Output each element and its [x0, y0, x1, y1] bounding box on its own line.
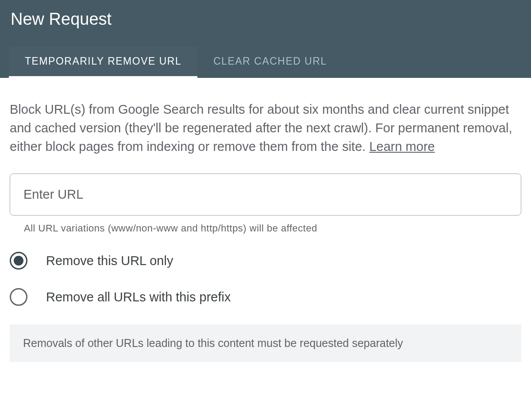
tab-clear-cached-url[interactable]: CLEAR CACHED URL — [197, 46, 343, 78]
description-body: Block URL(s) from Google Search results … — [10, 102, 512, 154]
dialog-header: New Request TEMPORARILY REMOVE URL CLEAR… — [0, 0, 531, 78]
radio-label: Remove all URLs with this prefix — [46, 290, 231, 304]
info-box: Removals of other URLs leading to this c… — [10, 324, 521, 362]
description-text: Block URL(s) from Google Search results … — [10, 100, 521, 156]
url-input[interactable] — [10, 173, 521, 216]
radio-option-remove-this-url[interactable]: Remove this URL only — [10, 252, 521, 270]
tab-temporarily-remove-url[interactable]: TEMPORARILY REMOVE URL — [9, 46, 197, 78]
learn-more-link[interactable]: Learn more — [369, 139, 435, 154]
radio-group: Remove this URL only Remove all URLs wit… — [10, 252, 521, 306]
radio-icon — [10, 252, 27, 270]
url-helper-text: All URL variations (www/non-www and http… — [24, 223, 521, 234]
tabs-row: TEMPORARILY REMOVE URL CLEAR CACHED URL — [0, 46, 531, 78]
radio-option-remove-prefix[interactable]: Remove all URLs with this prefix — [10, 288, 521, 306]
dialog-title: New Request — [0, 0, 531, 46]
dialog-content: Block URL(s) from Google Search results … — [0, 78, 531, 362]
radio-icon — [10, 288, 27, 306]
radio-label: Remove this URL only — [46, 254, 173, 268]
